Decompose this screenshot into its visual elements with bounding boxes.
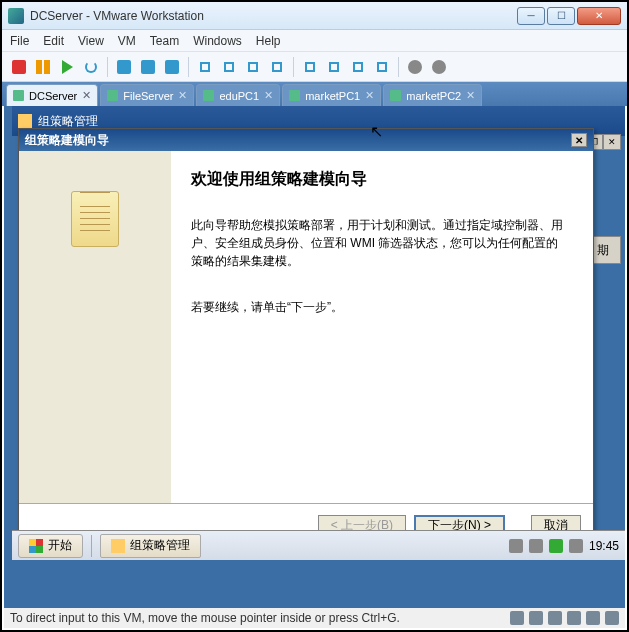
summary-button[interactable] — [299, 56, 321, 78]
menu-team[interactable]: Team — [150, 34, 179, 48]
menu-vm[interactable]: VM — [118, 34, 136, 48]
start-button[interactable]: 开始 — [18, 534, 83, 558]
mdi-close-button[interactable]: ✕ — [603, 134, 621, 150]
tab-edupc1[interactable]: eduPC1✕ — [196, 84, 280, 106]
window-title: DCServer - VMware Workstation — [30, 9, 517, 23]
menu-help[interactable]: Help — [256, 34, 281, 48]
toolbar — [2, 52, 627, 82]
vmware-statusbar: To direct input to this VM, move the mou… — [4, 608, 625, 628]
tab-close-icon[interactable]: ✕ — [466, 89, 475, 102]
unity-button[interactable] — [266, 56, 288, 78]
window-controls: ─ ☐ ✕ — [517, 7, 621, 25]
wizard-heading: 欢迎使用组策略建模向导 — [191, 169, 569, 190]
guest-taskbar[interactable]: 开始 组策略管理 19:45 — [12, 530, 625, 560]
tab-close-icon[interactable]: ✕ — [82, 89, 91, 102]
vm-tabs: DCServer✕ FileServer✕ eduPC1✕ marketPC1✕… — [2, 82, 627, 106]
wizard-close-button[interactable]: ✕ — [571, 133, 587, 147]
guest-desktop[interactable]: 组策略管理 _ ❐ ✕ 期 组策略建模向导 ✕ 欢迎使用组策略建模向导 此向导帮… — [4, 106, 625, 608]
monitor-icon — [390, 90, 401, 101]
suspend-button[interactable] — [32, 56, 54, 78]
reset-button[interactable] — [80, 56, 102, 78]
taskbar-app-gpmc[interactable]: 组策略管理 — [100, 534, 201, 558]
minimize-button[interactable]: ─ — [517, 7, 545, 25]
menu-view[interactable]: View — [78, 34, 104, 48]
tab-dcserver[interactable]: DCServer✕ — [6, 84, 98, 106]
quick-switch-button[interactable] — [218, 56, 240, 78]
monitor-icon — [203, 90, 214, 101]
record-button[interactable] — [404, 56, 426, 78]
tab-marketpc1[interactable]: marketPC1✕ — [282, 84, 381, 106]
tray-icon[interactable] — [569, 539, 583, 553]
scroll-icon — [71, 191, 119, 247]
tray-clock[interactable]: 19:45 — [589, 539, 619, 553]
titlebar: DCServer - VMware Workstation ─ ☐ ✕ — [2, 2, 627, 30]
converter-button[interactable] — [371, 56, 393, 78]
maximize-button[interactable]: ☐ — [547, 7, 575, 25]
wizard-title-text: 组策略建模向导 — [25, 132, 109, 149]
status-hint: To direct input to this VM, move the mou… — [10, 611, 400, 625]
revert-button[interactable] — [137, 56, 159, 78]
tab-marketpc2[interactable]: marketPC2✕ — [383, 84, 482, 106]
wizard-content: 欢迎使用组策略建模向导 此向导帮助您模拟策略部署，用于计划和测试。通过指定域控制… — [171, 151, 593, 503]
device-icon[interactable] — [548, 611, 562, 625]
replay-button[interactable] — [428, 56, 450, 78]
power-on-button[interactable] — [56, 56, 78, 78]
device-icon[interactable] — [586, 611, 600, 625]
monitor-icon — [107, 90, 118, 101]
device-icon[interactable] — [510, 611, 524, 625]
system-tray[interactable]: 19:45 — [509, 539, 619, 553]
power-off-button[interactable] — [8, 56, 30, 78]
manage-snapshots-button[interactable] — [161, 56, 183, 78]
wizard-titlebar[interactable]: 组策略建模向导 ✕ — [19, 129, 593, 151]
show-console-button[interactable] — [194, 56, 216, 78]
tab-close-icon[interactable]: ✕ — [178, 89, 187, 102]
menu-windows[interactable]: Windows — [193, 34, 242, 48]
device-icon[interactable] — [529, 611, 543, 625]
tab-fileserver[interactable]: FileServer✕ — [100, 84, 194, 106]
snapshot-button[interactable] — [113, 56, 135, 78]
mmc-window-title: 组策略管理 — [38, 113, 98, 130]
wizard-body: 欢迎使用组策略建模向导 此向导帮助您模拟策略部署，用于计划和测试。通过指定域控制… — [19, 151, 593, 503]
monitor-icon — [289, 90, 300, 101]
gpmc-icon — [111, 539, 125, 553]
app-icon — [8, 8, 24, 24]
wizard-sidebar — [19, 151, 171, 503]
windows-flag-icon — [29, 539, 43, 553]
wizard-description: 此向导帮助您模拟策略部署，用于计划和测试。通过指定域控制器、用户、安全组成员身份… — [191, 216, 569, 270]
gpmc-icon — [18, 114, 32, 128]
monitor-icon — [13, 90, 24, 101]
menu-file[interactable]: File — [10, 34, 29, 48]
device-icon[interactable] — [567, 611, 581, 625]
tray-icon[interactable] — [549, 539, 563, 553]
close-button[interactable]: ✕ — [577, 7, 621, 25]
device-icon[interactable] — [605, 611, 619, 625]
tab-close-icon[interactable]: ✕ — [264, 89, 273, 102]
menubar: File Edit View VM Team Windows Help — [2, 30, 627, 52]
status-device-icons — [510, 611, 619, 625]
tab-close-icon[interactable]: ✕ — [365, 89, 374, 102]
tray-icon[interactable] — [509, 539, 523, 553]
wizard-instruction: 若要继续，请单击“下一步”。 — [191, 298, 569, 316]
tray-icon[interactable] — [529, 539, 543, 553]
appliance-button[interactable] — [323, 56, 345, 78]
cursor-icon: ↖ — [370, 122, 383, 141]
fullscreen-button[interactable] — [242, 56, 264, 78]
menu-edit[interactable]: Edit — [43, 34, 64, 48]
wizard-dialog: 组策略建模向导 ✕ 欢迎使用组策略建模向导 此向导帮助您模拟策略部署，用于计划和… — [18, 128, 594, 546]
capture-button[interactable] — [347, 56, 369, 78]
